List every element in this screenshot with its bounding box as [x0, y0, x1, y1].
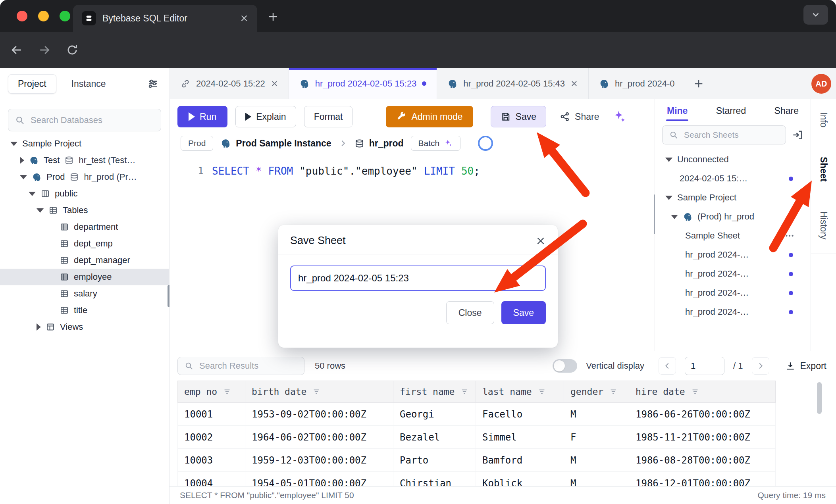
tab-share[interactable]: Share — [774, 101, 799, 121]
close-icon[interactable] — [271, 80, 278, 87]
tab-starred[interactable]: Starred — [715, 101, 747, 121]
database-search-input[interactable]: Search Databases — [8, 109, 161, 131]
tree-item-project[interactable]: Sample Project — [0, 135, 169, 152]
sheet-item-label: 2024-02-05 15:… — [680, 173, 747, 184]
tree-group-views[interactable]: Views — [0, 319, 169, 335]
ai-sparkle-icon[interactable] — [613, 110, 626, 123]
format-button[interactable]: Format — [304, 106, 353, 127]
browser-tab[interactable]: Bytebase SQL Editor — [73, 5, 257, 32]
prev-page-button[interactable] — [659, 357, 676, 375]
sheet-item[interactable]: hr_prod 2024-… — [655, 302, 811, 321]
maximize-window-button[interactable] — [60, 11, 70, 21]
share-button[interactable]: Share — [554, 106, 605, 127]
add-sheet-tab-icon[interactable] — [685, 68, 712, 99]
editor-tab-1[interactable]: 2024-02-05 15:22 — [170, 68, 289, 99]
sheet-name-input[interactable] — [290, 265, 546, 291]
ellipsis-icon[interactable] — [784, 231, 795, 241]
table-row[interactable]: 10004 1954-05-01T00:00:00Z Chirstian Kob… — [177, 472, 776, 486]
sheet-connection[interactable]: (Prod) hr_prod — [655, 207, 811, 226]
editor-tab-2[interactable]: hr_prod 2024-02-05 15:23 — [289, 68, 437, 99]
postgres-icon — [299, 79, 310, 89]
caret-down-icon — [29, 192, 36, 196]
editor-tab-3[interactable]: hr_prod 2024-02-05 15:43 — [437, 68, 589, 99]
tab-project[interactable]: Project — [8, 74, 56, 94]
tab-mine[interactable]: Mine — [666, 101, 688, 121]
table-row[interactable]: 10001 1953-09-02T00:00:00Z Georgi Facell… — [177, 403, 776, 426]
close-icon[interactable] — [570, 80, 578, 87]
table-scrollbar[interactable] — [817, 382, 822, 414]
save-button[interactable]: Save — [491, 106, 546, 127]
sheet-item[interactable]: hr_prod 2024-… — [655, 264, 811, 283]
column-header[interactable]: birth_date — [245, 381, 393, 403]
column-header[interactable]: emp_no — [177, 381, 245, 403]
tab-history[interactable]: History — [811, 197, 836, 254]
environment-chip[interactable]: Prod — [181, 136, 213, 151]
vertical-display-toggle[interactable] — [553, 359, 577, 373]
assistant-circle-icon[interactable] — [478, 136, 493, 151]
tree-item-table-salary[interactable]: salary — [0, 285, 169, 302]
explain-button[interactable]: Explain — [235, 106, 296, 127]
new-tab-icon[interactable] — [265, 9, 281, 25]
column-header[interactable]: hire_date — [629, 381, 776, 403]
tree-item-test-env[interactable]: Test hr_test (Test… — [0, 152, 169, 169]
column-header[interactable]: last_name — [476, 381, 564, 403]
tab-search-chevron-icon[interactable] — [803, 5, 828, 25]
sheet-search-input[interactable]: Search Sheets — [662, 125, 786, 144]
tree-item-prod-env[interactable]: Prod hr_prod (Pr… — [0, 169, 169, 185]
sheet-item[interactable]: 2024-02-05 15:… — [655, 169, 811, 188]
tab-sheet[interactable]: Sheet — [811, 141, 836, 197]
unsaved-dot — [422, 81, 426, 86]
tree-group-tables[interactable]: Tables — [0, 202, 169, 219]
minimize-window-button[interactable] — [38, 11, 49, 21]
tab-info[interactable]: Info — [811, 99, 836, 141]
collapse-panel-icon[interactable] — [792, 129, 803, 141]
close-tab-icon[interactable] — [240, 14, 248, 23]
tree-item-table-dept-emp[interactable]: dept_emp — [0, 235, 169, 252]
tree-item-table-title[interactable]: title — [0, 302, 169, 319]
results-search-input[interactable]: Search Results — [177, 357, 304, 375]
cell: Parto — [393, 449, 476, 472]
reload-icon[interactable] — [61, 39, 83, 61]
modal-save-button[interactable]: Save — [501, 301, 546, 324]
cell: 10003 — [177, 449, 245, 472]
filter-sliders-icon[interactable] — [147, 78, 159, 90]
sql-code-area[interactable]: 1 SELECT*FROM"public"."employee"LIMIT50; — [170, 163, 655, 179]
tree-item-table-employee[interactable]: employee — [0, 269, 169, 285]
modal-close-icon[interactable] — [536, 236, 546, 246]
table-row[interactable]: 10002 1964-06-02T00:00:00Z Bezalel Simme… — [177, 426, 776, 449]
page-input[interactable] — [685, 357, 724, 375]
instance-crumb[interactable]: Prod Sample Instance — [220, 138, 331, 149]
batch-button[interactable]: Batch — [411, 136, 461, 151]
next-page-button[interactable] — [752, 357, 769, 375]
tree-label: employee — [74, 272, 112, 282]
editor-tab-4[interactable]: hr_prod 2024-0 — [589, 68, 685, 99]
close-window-button[interactable] — [17, 11, 27, 21]
sheet-item[interactable]: hr_prod 2024-… — [655, 245, 811, 264]
vertical-display-label: Vertical display — [586, 361, 644, 371]
cell: 1986-06-26T00:00:00Z — [629, 403, 776, 426]
database-crumb[interactable]: hr_prod — [354, 138, 404, 149]
column-header[interactable]: first_name — [393, 381, 476, 403]
export-button[interactable]: Export — [785, 361, 826, 371]
tree-item-schema-public[interactable]: public — [0, 185, 169, 202]
modal-close-button[interactable]: Close — [446, 301, 494, 324]
run-button[interactable]: Run — [177, 106, 227, 127]
tree-label: dept_emp — [74, 239, 113, 249]
sheet-group-project[interactable]: Sample Project — [655, 188, 811, 207]
tree-item-table-department[interactable]: department — [0, 219, 169, 235]
table-header-row: emp_no birth_date first_name last_name g… — [177, 381, 776, 403]
tree-item-table-dept-manager[interactable]: dept_manager — [0, 252, 169, 269]
table-row[interactable]: 10003 1959-12-03T00:00:00Z Parto Bamford… — [177, 449, 776, 472]
user-avatar[interactable]: AD — [811, 74, 831, 94]
sheet-item[interactable]: hr_prod 2024-… — [655, 283, 811, 302]
tab-instance[interactable]: Instance — [71, 79, 106, 89]
column-label: birth_date — [252, 387, 306, 397]
postgres-icon — [32, 172, 42, 182]
column-header[interactable]: gender — [564, 381, 629, 403]
sheet-item-sample[interactable]: Sample Sheet — [655, 226, 811, 245]
admin-mode-button[interactable]: Admin mode — [386, 106, 473, 127]
back-icon[interactable] — [6, 39, 28, 61]
sheet-group-unconnected[interactable]: Unconnected — [655, 150, 811, 169]
tree-label: Sample Project — [22, 139, 81, 149]
forward-icon[interactable] — [33, 39, 56, 61]
